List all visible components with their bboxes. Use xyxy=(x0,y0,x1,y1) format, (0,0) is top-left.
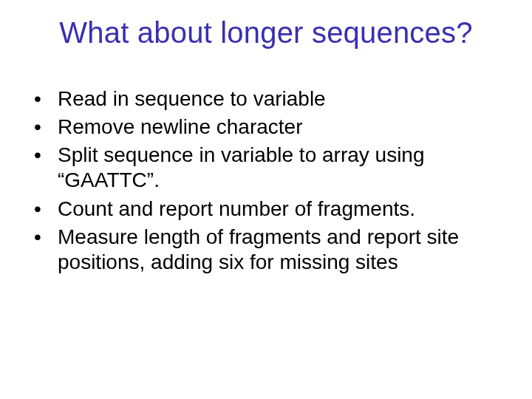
bullet-list: Read in sequence to variable Remove newl… xyxy=(22,86,510,275)
list-item: Remove newline character xyxy=(28,115,502,140)
slide-title: What about longer sequences? xyxy=(22,16,510,50)
list-item: Measure length of fragments and report s… xyxy=(28,225,502,275)
list-item: Count and report number of fragments. xyxy=(28,197,502,222)
slide: What about longer sequences? Read in seq… xyxy=(0,0,532,399)
list-item: Read in sequence to variable xyxy=(28,86,502,112)
list-item: Split sequence in variable to array usin… xyxy=(28,143,502,193)
